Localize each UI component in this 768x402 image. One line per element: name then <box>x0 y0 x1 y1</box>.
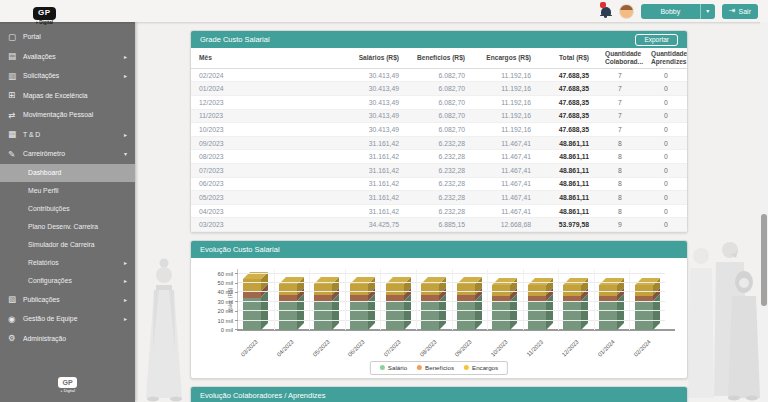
app-logo: GP + Digital <box>33 2 56 25</box>
sidebar-item-dashboard[interactable]: Dashboard <box>0 164 135 182</box>
apprentices-cell: 0 <box>643 204 688 218</box>
main-content: Grade Custo Salarial Exportar MêsSalário… <box>190 30 688 402</box>
legend-color-dot <box>417 365 422 370</box>
sidebar-item-plano-desenv-carreira[interactable]: Plano Desenv. Carreira <box>0 218 135 236</box>
sidebar-item-movimentacao-pessoal[interactable]: ⇄Movimentação Pessoal <box>0 105 135 125</box>
table-row: 11/202330.413,496.082,7011.192,1647.688,… <box>191 109 688 123</box>
salaries-cell: 31.161,42 <box>341 177 407 191</box>
charges-cell: 11.467,41 <box>473 163 539 177</box>
bar-side-face <box>332 277 339 330</box>
segment-salário <box>599 301 617 330</box>
user-avatar[interactable] <box>619 4 634 19</box>
salaries-cell: 31.161,42 <box>341 136 407 150</box>
vertical-scrollbar[interactable] <box>760 22 768 402</box>
sidebar-item-carreirometro[interactable]: ✎Carreirômetro▾ <box>0 144 135 164</box>
sidebar-item-gestao-de-equipe[interactable]: ◉Gestão de Equipe▸ <box>0 309 135 329</box>
sidebar-item-avaliacoes[interactable]: ▤Avaliações▸ <box>0 47 135 67</box>
charges-cell: 11.192,16 <box>473 68 539 82</box>
chevron-down-icon: ▾ <box>120 150 127 157</box>
sidebar-item-portal[interactable]: ▢Portal <box>0 27 135 47</box>
salaries-cell: 31.161,42 <box>341 204 407 218</box>
sidebar-item-simulador-de-carreira[interactable]: Simulador de Carreira <box>0 236 135 254</box>
user-menu-button[interactable]: Bobby ▾ <box>641 4 715 19</box>
decorative-people-illustration-right <box>688 238 762 402</box>
segment-side <box>404 294 411 330</box>
chevron-right-icon: ▸ <box>120 259 127 266</box>
salaries-cell: 30.413,49 <box>341 109 407 123</box>
y-tick-label: 10 mil <box>218 318 233 324</box>
total-cell: 48.861,11 <box>539 150 597 164</box>
sidebar-item-relatorios[interactable]: Relatórios▸ <box>0 254 135 272</box>
salaries-cell: 30.413,49 <box>341 68 407 82</box>
segment-salário <box>563 301 581 330</box>
chevron-down-icon[interactable]: ▾ <box>700 4 715 19</box>
sidebar-footer-logo: GP + Digital <box>0 372 135 393</box>
collaborators-cell: 8 <box>597 163 643 177</box>
sidebar-item-contribuicoes[interactable]: Contribuições <box>0 200 135 218</box>
y-tick-label: 50 mil <box>218 280 233 286</box>
chevron-right-icon: ▸ <box>120 72 127 79</box>
column-header: Benefícios (R$) <box>407 48 473 68</box>
sidebar-item-publicacoes[interactable]: ▧Publicações▸ <box>0 290 135 310</box>
sidebar-item-label: Dashboard <box>28 169 61 176</box>
logout-button[interactable]: ⇥ Sair <box>722 4 758 19</box>
salary-table-header-row: MêsSalários (R$)Benefícios (R$)Encargos … <box>191 48 688 68</box>
sidebar-item-administracao[interactable]: ⚙Administração <box>0 329 135 349</box>
sidebar-item-configuracoes[interactable]: Configurações▸ <box>0 272 135 290</box>
panel-title: Grade Custo Salarial <box>200 35 270 44</box>
legend-color-dot <box>464 365 469 370</box>
y-tick-mark <box>235 301 238 302</box>
sidebar-item-label: Gestão de Equipe <box>23 315 77 322</box>
benefits-cell: 6.082,70 <box>407 68 473 82</box>
scrollbar-thumb[interactable] <box>761 214 767 306</box>
segment-encargos <box>279 284 297 295</box>
column-header: Quantidade Colaborad... <box>597 48 643 68</box>
administration-icon: ⚙ <box>8 333 23 343</box>
bar-02/2024 <box>629 269 665 330</box>
table-row: 12/202330.413,496.082,7011.192,1647.688,… <box>191 96 688 110</box>
bar-side-face <box>475 277 482 330</box>
sidebar-item-label: Movimentação Pessoal <box>23 111 93 118</box>
legend-label: Encargos <box>472 364 498 371</box>
sidebar-item-solicitacoes[interactable]: ▥Solicitações▸ <box>0 66 135 86</box>
y-tick-label: 0 mil <box>221 327 233 333</box>
bar-08/2023 <box>416 269 452 330</box>
column-header: Salários (R$) <box>341 48 407 68</box>
segment-encargos <box>314 284 332 295</box>
x-label-slot: 07/2023 <box>380 334 416 364</box>
bar-side-face <box>510 278 517 330</box>
apprentices-cell: 0 <box>643 96 688 110</box>
sidebar-item-meu-perfil[interactable]: Meu Perfil <box>0 182 135 200</box>
vertical-gridline <box>558 269 559 330</box>
segment-side <box>332 294 339 330</box>
bar-side-face <box>297 277 304 330</box>
sidebar-nav: ▢Portal▤Avaliações▸▥Solicitações▸⊞Mapas … <box>0 22 135 372</box>
collaborators-cell: 8 <box>597 177 643 191</box>
charges-cell: 11.192,16 <box>473 123 539 137</box>
x-label-slot: 12/2023 <box>558 334 594 364</box>
sidebar-item-mapas-de-excelencia[interactable]: ⊞Mapas de Excelência <box>0 86 135 106</box>
notifications-bell-icon[interactable] <box>600 4 612 19</box>
segment-salário <box>350 301 368 330</box>
export-button[interactable]: Exportar <box>635 34 678 46</box>
total-cell: 48.861,11 <box>539 191 597 205</box>
headcount-evolution-panel-header: Evolução Colaboradores / Aprendizes <box>191 387 687 402</box>
excellence-maps-icon: ⊞ <box>8 90 23 100</box>
collaborators-cell: 7 <box>597 82 643 96</box>
decorative-person-illustration-left <box>139 250 189 402</box>
sidebar-item-label: Meu Perfil <box>28 187 59 194</box>
y-tick-mark <box>235 292 238 293</box>
month-cell: 12/2023 <box>191 96 341 110</box>
total-cell: 47.688,35 <box>539 82 597 96</box>
sidebar-item-t-e-d[interactable]: ▦T & D▸ <box>0 125 135 145</box>
panel-title: Evolução Colaboradores / Aprendizes <box>200 391 326 400</box>
benefits-cell: 6.082,70 <box>407 96 473 110</box>
x-tick-label: 02/2024 <box>632 339 662 369</box>
salaries-cell: 30.413,49 <box>341 123 407 137</box>
segment-encargos <box>457 284 475 295</box>
month-cell: 04/2023 <box>191 204 341 218</box>
top-actions: Bobby ▾ ⇥ Sair <box>600 3 758 19</box>
vertical-gridline <box>523 269 524 330</box>
team-management-icon: ◉ <box>8 314 23 324</box>
column-header: Quantidade Aprendizes <box>643 48 688 68</box>
